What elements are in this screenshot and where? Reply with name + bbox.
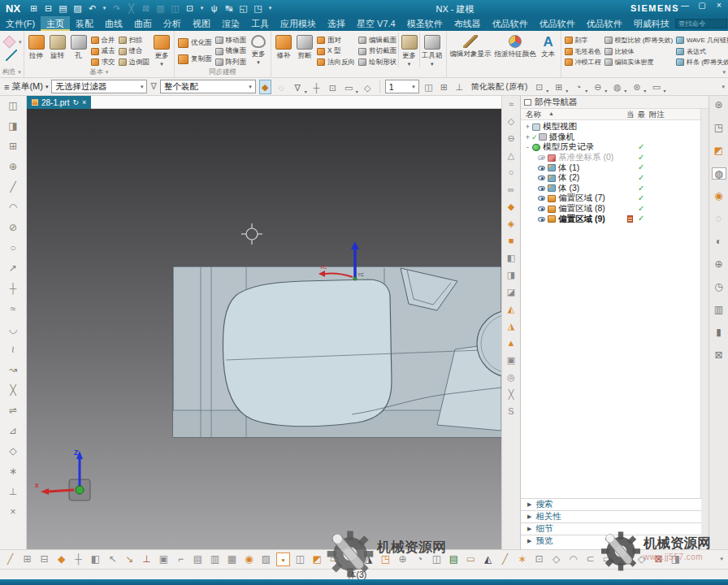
ribbon-small-button[interactable]: 毛坯着色 — [565, 46, 601, 58]
curve-tool-icon[interactable]: ╳ — [10, 384, 15, 396]
selection-tool-icon[interactable]: ┼ — [310, 80, 323, 94]
selection-tool-icon[interactable]: ◇ — [362, 80, 375, 94]
quick-access-icon[interactable]: ⊡ — [184, 1, 195, 15]
bottom-tool-icon[interactable]: ⊕ — [396, 552, 410, 566]
quick-access-icon[interactable]: ◳ — [253, 1, 263, 15]
sync-more-button[interactable]: 更多▾ — [248, 32, 269, 66]
bottom-tool-icon[interactable]: ▧ — [259, 552, 273, 566]
tree-expander[interactable]: + — [524, 123, 531, 131]
curve-tool-icon[interactable]: × — [10, 506, 15, 518]
feature-tool-icon[interactable]: ◎ — [507, 372, 515, 383]
bottom-tool-icon[interactable]: ◔ — [413, 552, 427, 566]
minimize-button[interactable]: — — [680, 1, 690, 10]
quick-access-icon[interactable]: ▥ — [155, 1, 166, 15]
ribbon-overflow-caret[interactable]: ▾ — [722, 69, 726, 76]
bottom-tool-icon[interactable]: ⌐ — [174, 552, 188, 566]
visibility-eye-icon[interactable] — [538, 206, 545, 211]
resource-bar-icon[interactable]: ⊕ — [712, 258, 726, 271]
curve-tool-icon[interactable]: ◡ — [9, 323, 17, 335]
history-count-dropdown[interactable]: 1▾ — [385, 80, 419, 93]
resource-bar-icon[interactable]: ◌ — [712, 213, 726, 225]
maximize-button[interactable]: ▢ — [697, 1, 707, 10]
assign-feature-color-button[interactable]: 指派特征颜色 — [493, 32, 538, 59]
ribbon-tab[interactable]: 装配 — [70, 16, 99, 31]
quick-access-icon[interactable]: ▨ — [72, 1, 83, 15]
curve-tool-icon[interactable]: ⊞ — [9, 141, 17, 152]
tree-expander[interactable]: - — [524, 143, 531, 151]
selection-tool-icon[interactable]: ◌ — [275, 80, 288, 94]
curve-tool-icon[interactable]: ↝ — [9, 364, 17, 375]
view-tool-icon[interactable]: ⊛▾ — [630, 80, 646, 93]
curve-tool-icon[interactable]: ⊥ — [9, 486, 17, 497]
assembly-tool-icon[interactable]: ⊞ — [438, 80, 450, 93]
ribbon-small-button[interactable]: 绘制形状 — [358, 57, 396, 68]
ribbon-tab[interactable]: 视图 — [187, 16, 216, 31]
patch-button[interactable]: 修补 — [273, 32, 294, 61]
assembly-tool-icon[interactable]: ⊥ — [453, 80, 466, 93]
ribbon-tab[interactable]: 优品软件 — [581, 16, 628, 31]
view-tool-icon[interactable]: ◔▾ — [572, 80, 587, 93]
view-tool-icon[interactable]: ⊖▾ — [592, 80, 607, 93]
quick-access-icon[interactable]: ▾ — [102, 1, 107, 15]
feature-tool-icon[interactable]: ∞ — [508, 184, 514, 195]
navigator-section-header[interactable]: ▶ 相关性 — [521, 510, 701, 522]
selection-tool-icon[interactable]: ∇▾ — [292, 80, 307, 94]
navigator-section-header[interactable]: ▶ 预览 — [521, 535, 701, 547]
ribbon-small-button[interactable]: 面对 — [317, 35, 355, 46]
3d-viewport[interactable]: XC YC Z — [27, 109, 501, 549]
bottom-tool-icon[interactable]: ◫ — [430, 552, 444, 566]
visibility-eye-icon[interactable] — [538, 196, 545, 201]
bottom-tool-icon[interactable]: ▭ — [600, 552, 614, 566]
ribbon-small-button[interactable]: 剪切截面 — [358, 46, 396, 58]
curve-tool-icon[interactable]: ◫ — [8, 100, 17, 111]
feature-tool-icon[interactable]: ⊖ — [507, 133, 514, 144]
column-current[interactable]: 当 — [626, 110, 635, 120]
ribbon-small-button[interactable]: 边倒圆 — [119, 57, 150, 68]
resource-bar-icon[interactable]: ◉ — [712, 190, 726, 202]
ribbon-small-button[interactable]: 求交 — [91, 57, 115, 68]
basic-more-button[interactable]: 更多▾ — [151, 32, 172, 67]
bottom-tool-icon[interactable]: ▤ — [191, 552, 205, 566]
curve-tool-icon[interactable]: ◨ — [8, 120, 17, 132]
bottom-tool-icon[interactable]: ⊡ — [532, 552, 546, 566]
quick-access-icon[interactable]: ╳ — [126, 1, 136, 15]
bottom-tool-icon[interactable]: ▭ — [327, 552, 341, 566]
ribbon-small-button[interactable]: WAVE 几何链接器 — [676, 35, 728, 46]
ribbon-small-button[interactable]: 合并 — [91, 35, 115, 46]
ribbon-tab[interactable]: 优品软件 — [487, 16, 534, 31]
hole-button[interactable]: 孔 — [68, 32, 89, 61]
quick-access-icon[interactable]: ↶ — [87, 1, 98, 15]
bottom-tool-icon[interactable]: ▥ — [208, 552, 222, 566]
ribbon-small-button[interactable]: 镜像面 — [215, 46, 247, 58]
bottom-tool-icon[interactable]: ◉ — [242, 552, 256, 566]
sketch-in-task-button[interactable] — [6, 50, 17, 64]
bottom-tool-icon[interactable]: ⊟ — [37, 552, 51, 566]
filter-reset-icon[interactable]: ∇ — [150, 81, 156, 92]
bottom-tool-icon[interactable]: ◠ — [566, 552, 580, 566]
sketch-button[interactable]: ▾ — [2, 34, 22, 50]
toolbar-overflow-caret[interactable]: ▾ — [722, 84, 725, 90]
curve-tool-icon[interactable]: ⊘ — [9, 222, 17, 233]
quick-access-icon[interactable]: ⊠ — [141, 1, 151, 15]
column-note[interactable]: 附注 — [649, 110, 665, 120]
ribbon-small-button[interactable]: 冲模工程 — [565, 57, 601, 68]
view-tool-icon[interactable]: ⊡▾ — [533, 80, 548, 93]
bottom-tool-icon[interactable]: ▦ — [225, 552, 239, 566]
toolbox-button[interactable]: 工具箱▾ — [419, 32, 444, 67]
bottom-overflow-caret[interactable]: ▾ — [720, 556, 723, 562]
bottom-tool-icon[interactable]: ╱ — [498, 552, 512, 566]
ribbon-tab[interactable]: 曲线 — [99, 16, 128, 31]
quick-access-icon[interactable]: ↹ — [223, 1, 234, 15]
curve-tool-icon[interactable]: ≈ — [11, 303, 16, 314]
view-tool-icon[interactable]: ◍▾ — [611, 80, 626, 93]
visibility-eye-icon[interactable] — [538, 155, 545, 160]
ribbon-small-button[interactable]: 减去 — [91, 46, 115, 58]
feature-tool-icon[interactable]: ○ — [509, 167, 514, 178]
ribbon-small-button[interactable]: 编辑实体密度 — [604, 57, 674, 68]
selection-filter-dropdown[interactable]: 无选择过滤器▾ — [51, 80, 147, 93]
navigator-section-header[interactable]: ▶ 搜索 — [521, 498, 701, 510]
tab-refresh-icon[interactable]: ↻ — [72, 98, 79, 106]
ribbon-tab[interactable]: 选择 — [322, 16, 351, 31]
view-triad[interactable]: Z X — [35, 448, 90, 500]
feature-tool-icon[interactable]: ◮ — [508, 321, 514, 332]
